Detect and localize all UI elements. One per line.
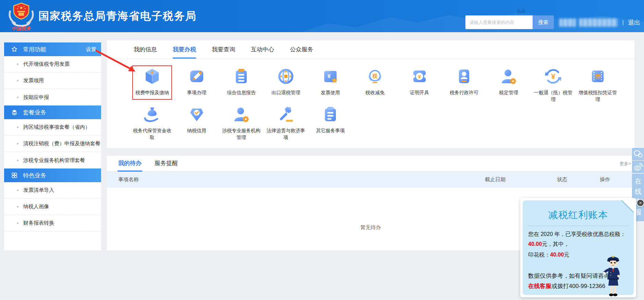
- stamp-tax-amount: 40.00: [550, 252, 564, 258]
- service-item[interactable]: 涉税专业服务机构管理: [219, 105, 264, 141]
- pencil-ticket-icon: [188, 67, 206, 85]
- sidebar-item[interactable]: 发票领用: [4, 73, 101, 89]
- service-item-label: 税务行政许可: [442, 89, 486, 96]
- online-service-tab-char: 在: [632, 176, 644, 186]
- vat-voucher-icon: 增: [589, 67, 607, 85]
- blurred-username: [579, 18, 618, 27]
- sidebar-item[interactable]: 按期应申报: [4, 89, 101, 105]
- service-item-label: 其它服务事项: [308, 127, 353, 134]
- service-item[interactable]: 税税收减免: [353, 67, 397, 103]
- sidebar-item[interactable]: 涉税专业服务机构管理套餐: [4, 152, 101, 168]
- app-header: 中国税务 国家税务总局青海省电子税务局 搜索 | 退出: [0, 0, 644, 32]
- services-row-2: 税务代保管资金收取纳税信用涉税专业服务机构管理法律追责与救济事项其它服务事项: [130, 105, 634, 143]
- sidebar-item[interactable]: 清税注销税（费）申报及缴纳套餐: [4, 136, 101, 152]
- main-tab[interactable]: 互动中心: [251, 40, 274, 58]
- service-item[interactable]: ¥税费申报及缴纳: [130, 67, 174, 103]
- tax-emblem-icon: 税: [366, 67, 384, 85]
- main-tab[interactable]: 公众服务: [290, 40, 313, 58]
- service-item-label: 税费申报及缴纳: [130, 89, 174, 96]
- sidebar-section-header: 常用功能设置: [4, 42, 101, 56]
- service-item-label: 税收减免: [353, 89, 397, 96]
- todo-tabbar: 我的待办服务提醒更多>: [107, 156, 634, 172]
- tax-benefit-widget: 减税红利账本 您在 2020 年，已享受税收优惠总税额： 40.00元，其中， …: [520, 198, 636, 297]
- service-item[interactable]: 其它服务事项: [308, 105, 353, 141]
- services-row-1: ¥税费申报及缴纳事项办理综合信息报告出口退税管理¥发票使用税税收减免¥证明开具税…: [130, 67, 634, 105]
- svg-text:增: 增: [595, 74, 600, 79]
- service-item-label: 纳税信用: [174, 127, 219, 134]
- sidebar-section-header: 特色业务: [4, 168, 101, 182]
- sidebar-section-header: 套餐业务: [4, 105, 101, 119]
- close-icon[interactable]: ×: [636, 199, 644, 207]
- service-item[interactable]: 税务行政许可: [442, 67, 486, 103]
- more-link[interactable]: 更多>: [619, 161, 631, 167]
- service-item[interactable]: 出口退税管理: [264, 67, 308, 103]
- todo-tab[interactable]: 服务提醒: [155, 159, 178, 171]
- service-item[interactable]: 综合信息报告: [219, 67, 264, 103]
- sidebar-item[interactable]: 财务报表转换: [4, 215, 101, 232]
- benefit-line-1: 您在 2020 年，已享受税收优惠总税额：: [528, 229, 628, 239]
- column-header: 操作: [600, 172, 610, 188]
- great-wall-decoration: [281, 0, 644, 32]
- service-item-label: 综合信息报告: [219, 89, 264, 96]
- service-item-label: 发票使用: [308, 89, 353, 96]
- service-item-label: 涉税专业服务机构管理: [219, 127, 264, 141]
- service-item-label: 证明开具: [397, 89, 442, 96]
- logo-caption: 中国税务: [12, 26, 32, 31]
- main-tab[interactable]: 我的信息: [134, 40, 157, 58]
- todo-table-header: 事项名称截止日期状态操作: [107, 172, 634, 188]
- svg-text:¥: ¥: [151, 70, 154, 75]
- stamp-icon: [455, 67, 473, 85]
- service-item[interactable]: ¥一般退（抵）税管理: [531, 67, 575, 103]
- column-header: 状态: [557, 172, 567, 188]
- logout-button[interactable]: 退出: [628, 18, 640, 27]
- wechat-icon[interactable]: [632, 148, 644, 160]
- sidebar-item[interactable]: 跨区域涉税事项套餐（省内）: [4, 119, 101, 136]
- service-item[interactable]: 税务代保管资金收取: [130, 105, 174, 141]
- column-header: 事项名称: [118, 172, 139, 188]
- four-grid-icon: [11, 172, 17, 178]
- service-item-label: 法律追责与救济事项: [264, 127, 308, 141]
- service-item[interactable]: ¥发票使用: [308, 67, 353, 103]
- main-services-panel: 我的信息我要办税我要查询互动中心公众服务 ¥税费申报及缴纳事项办理综合信息报告出…: [107, 40, 634, 148]
- service-item[interactable]: 法律追责与救济事项: [264, 105, 308, 141]
- sidebar: 常用功能设置代开增值税专用发票发票领用按期应申报套餐业务跨区域涉税事项套餐（省内…: [4, 42, 101, 250]
- tax-officer-mascot: [603, 251, 623, 297]
- blurred-username: [559, 18, 576, 27]
- svg-text:¥: ¥: [327, 73, 331, 79]
- sidebar-section-title: 套餐业务: [23, 109, 46, 116]
- search-input[interactable]: [465, 15, 533, 29]
- total-amount: 40.00: [528, 241, 542, 247]
- sidebar-item[interactable]: 发票清单导入: [4, 182, 101, 199]
- sidebar-section-title: 常用功能: [23, 46, 46, 53]
- invoice-star-icon: ¥: [321, 67, 339, 85]
- sidebar-settings-link[interactable]: 设置: [86, 46, 96, 53]
- service-item-label: 事项办理: [174, 89, 219, 96]
- person-gear-icon: [232, 105, 250, 123]
- service-item[interactable]: 纳税信用: [174, 105, 219, 141]
- widget-footer: 数据仅供参考，如有疑问请咨询 在线客服或拨打400-99-12366: [528, 271, 610, 291]
- star-icon: [11, 46, 17, 52]
- main-tab[interactable]: 我要办税: [173, 40, 196, 58]
- sidebar-item[interactable]: 代开增值税专用发票: [4, 56, 101, 73]
- service-item[interactable]: 核定管理: [486, 67, 531, 103]
- sidebar-item[interactable]: 纳税人画像: [4, 199, 101, 215]
- search-button[interactable]: 搜索: [533, 15, 554, 29]
- svg-text:税: 税: [372, 73, 378, 79]
- weibo-icon[interactable]: [632, 161, 644, 173]
- sidebar-section-title: 特色业务: [23, 172, 46, 179]
- globe-icon: [277, 67, 295, 85]
- tax-bureau-logo: 中国税务: [6, 1, 36, 32]
- credit-badge-icon: [188, 105, 206, 123]
- svg-text:¥: ¥: [418, 74, 421, 79]
- todo-tab[interactable]: 我的待办: [118, 159, 142, 171]
- main-tab[interactable]: 我要查询: [212, 40, 235, 58]
- online-service-link[interactable]: 在线客服: [528, 283, 551, 289]
- service-item[interactable]: ¥证明开具: [397, 67, 442, 103]
- refund-cycle-icon: ¥: [544, 67, 562, 85]
- service-item[interactable]: 事项办理: [174, 67, 219, 103]
- person-gear-icon: [500, 67, 518, 85]
- report-clipboard-icon: [232, 67, 250, 85]
- moneybag-hand-icon: [143, 105, 161, 123]
- service-item[interactable]: 增增值税抵扣凭证管理: [575, 67, 620, 103]
- service-item-label: 出口退税管理: [264, 89, 308, 96]
